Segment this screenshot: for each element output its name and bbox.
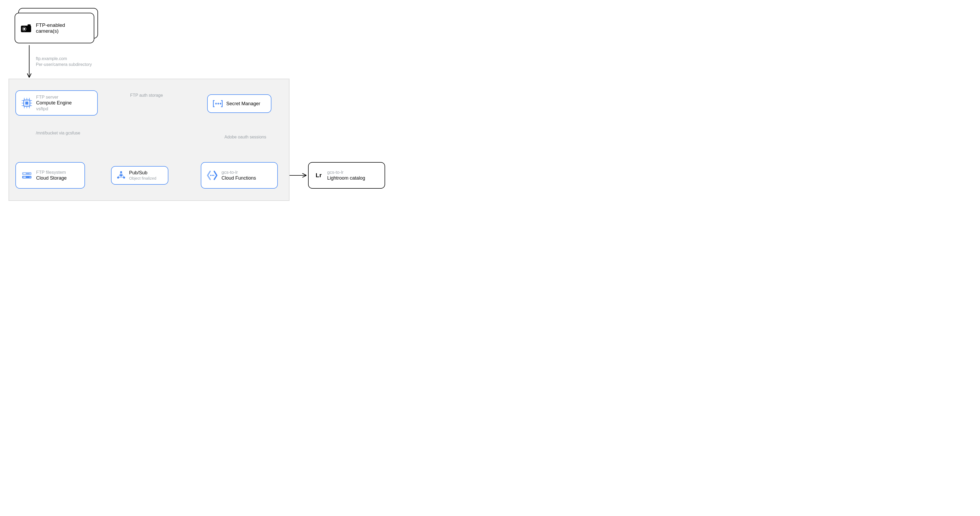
- svg-point-35: [120, 171, 122, 173]
- edge-camera-compute: ftp.example.com Per-user/camera subdirec…: [36, 56, 92, 67]
- svg-point-26: [30, 173, 31, 174]
- functions-title: Cloud Functions: [221, 175, 256, 181]
- lightroom-icon: Lr: [313, 170, 324, 181]
- svg-point-38: [210, 175, 211, 176]
- secret-manager-icon: [212, 100, 223, 107]
- svg-point-36: [117, 177, 119, 179]
- edge-compute-secret: FTP auth storage: [130, 92, 163, 98]
- compute-over: FTP server: [36, 94, 72, 100]
- storage-over: FTP filesystem: [36, 169, 67, 175]
- secret-title: Secret Manager: [226, 101, 260, 107]
- node-cloud-storage: FTP filesystem Cloud Storage: [15, 162, 85, 189]
- svg-rect-30: [23, 177, 26, 178]
- node-secret-manager: Secret Manager: [207, 94, 271, 113]
- svg-point-37: [123, 177, 126, 179]
- storage-title: Cloud Storage: [36, 175, 67, 181]
- lightroom-title: Lightroom catalog: [327, 175, 365, 181]
- camera-label: FTP-enabled camera(s): [36, 22, 89, 34]
- compute-under: vsftpd: [36, 106, 72, 111]
- svg-point-29: [30, 177, 31, 178]
- functions-over: gcs-to-lr: [221, 169, 256, 175]
- cloud-storage-icon: [21, 169, 33, 182]
- cloud-functions-icon: [206, 169, 218, 182]
- compute-engine-icon: [21, 97, 33, 109]
- node-cloud-functions: gcs-to-lr Cloud Functions: [201, 162, 278, 189]
- camera-icon: [20, 22, 32, 34]
- diagram-canvas: FTP-enabled camera(s) FTP server Compute…: [0, 0, 398, 210]
- svg-point-39: [212, 175, 213, 176]
- compute-title: Compute Engine: [36, 100, 72, 106]
- svg-point-40: [213, 175, 214, 176]
- pubsub-title: Pub/Sub: [129, 170, 156, 176]
- svg-rect-24: [25, 102, 29, 105]
- svg-rect-8: [28, 24, 31, 26]
- lightroom-over: gcs-to-lr: [327, 169, 365, 175]
- pubsub-icon: [116, 170, 126, 180]
- node-lightroom: Lr gcs-to-lr Lightroom catalog: [308, 162, 385, 189]
- node-pubsub: Pub/Sub Object finalized: [111, 166, 169, 185]
- camera-stack: FTP-enabled camera(s): [14, 8, 100, 45]
- pubsub-under: Object finalized: [129, 176, 156, 181]
- node-compute-engine: FTP server Compute Engine vsftpd: [15, 90, 98, 116]
- edge-compute-storage: /mnt/bucket via gcsfuse: [36, 130, 80, 136]
- svg-point-34: [120, 174, 123, 177]
- svg-rect-27: [23, 173, 26, 174]
- edge-secret-functions: Adobe oauth sessions: [224, 134, 266, 140]
